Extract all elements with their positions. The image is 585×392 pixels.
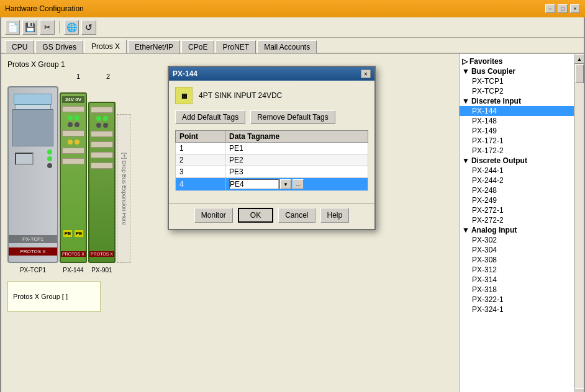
table-row-2[interactable]: 2 PE2 xyxy=(176,154,368,166)
maximize-button[interactable]: □ xyxy=(558,4,568,13)
px-148-label: PX-148 xyxy=(472,117,497,125)
remove-default-tags-button[interactable]: Remove Default Tags xyxy=(250,110,335,124)
tab-cpu[interactable]: CPU xyxy=(5,40,34,53)
tagname-table: Point Data Tagname 1 PE1 2 PE2 xyxy=(175,130,368,191)
tree-item-px-244-1[interactable]: PX-244-1 xyxy=(460,166,574,176)
discrete-input-expand-icon: ▼ xyxy=(462,97,469,105)
px-308-label: PX-308 xyxy=(472,256,497,264)
discrete-input-label: Discrete Input xyxy=(471,97,521,105)
new-button[interactable]: 📄 xyxy=(5,20,20,35)
tagname-2: PE2 xyxy=(225,154,368,166)
tree-panel: ▲ ▷ Favorites ▼ Bus Coupler PX-TCP1 xyxy=(459,54,574,392)
px-324-1-label: PX-324-1 xyxy=(472,305,504,314)
toolbar-separator xyxy=(59,21,60,33)
tree-category-discrete-output[interactable]: ▼ Discrete Output xyxy=(460,156,574,166)
help-button[interactable]: Help xyxy=(320,208,350,223)
dialog-footer: Monitor OK Cancel Help xyxy=(169,203,374,229)
tab-mail-accounts[interactable]: Mail Accounts xyxy=(257,40,317,53)
tree-item-px-314[interactable]: PX-314 xyxy=(460,275,574,285)
cpu-module[interactable]: PX-TCP1 PROTOS X xyxy=(7,86,58,263)
cut-button[interactable]: ✂ xyxy=(40,20,55,35)
pe-label-1: PE xyxy=(63,230,73,237)
tree-category-bus-coupler[interactable]: ▼ Bus Coupler xyxy=(460,66,574,76)
save-button[interactable]: 💾 xyxy=(22,20,37,35)
cancel-button[interactable]: Cancel xyxy=(278,208,315,223)
tree-item-px-248[interactable]: PX-248 xyxy=(460,185,574,195)
close-window-button[interactable]: × xyxy=(570,4,580,13)
tree-item-px-272-1[interactable]: PX-272-1 xyxy=(460,205,574,215)
refresh-button[interactable]: ↺ xyxy=(81,20,96,35)
px-144-label: PX-144 xyxy=(472,107,497,115)
tree-item-px-308[interactable]: PX-308 xyxy=(460,255,574,265)
col-label-1: 1 xyxy=(65,73,92,80)
led-io1-1 xyxy=(68,115,73,120)
tree-item-px-244-2[interactable]: PX-244-2 xyxy=(460,176,574,185)
tagname-4-input[interactable] xyxy=(229,179,279,189)
protos-group2[interactable]: Protos X Group [ ] xyxy=(7,281,101,312)
led-row-4 xyxy=(96,116,108,121)
tab-protos-x[interactable]: Protos X xyxy=(84,40,127,53)
table-row-3[interactable]: 3 PE3 xyxy=(176,166,368,178)
label-px-tcp1: PX-TCP1 xyxy=(7,267,58,274)
minimize-button[interactable]: – xyxy=(545,4,555,13)
tree-item-px-148[interactable]: PX-148 xyxy=(460,116,574,126)
io1-brand-label: PROTOS X xyxy=(61,251,86,257)
ok-button[interactable]: OK xyxy=(238,208,273,223)
led-io2-1 xyxy=(96,116,101,121)
dropdown-button-4[interactable]: ▼ xyxy=(280,179,291,189)
expansion-slot[interactable]: [+] Drop Bus Expansion Here xyxy=(117,114,130,263)
tagname-4-cell: ▼ … xyxy=(225,178,368,191)
tree-item-px-318[interactable]: PX-318 xyxy=(460,285,574,295)
bottom-labels-row: PX-TCP1 PX-144 PX-901 xyxy=(7,267,453,274)
dialog-title: PX-144 xyxy=(173,69,197,78)
tree-item-px-322-1[interactable]: PX-322-1 xyxy=(460,295,574,305)
add-default-tags-button[interactable]: Add Default Tags xyxy=(175,110,245,124)
tree-item-px-144[interactable]: PX-144 xyxy=(460,106,574,116)
scroll-up-btn[interactable]: ▲ xyxy=(574,54,584,64)
tree-item-px-272-2[interactable]: PX-272-2 xyxy=(460,215,574,225)
tree-category-favorites[interactable]: ▷ Favorites xyxy=(460,56,574,66)
col-point: Point xyxy=(176,131,225,143)
scroll-thumb[interactable] xyxy=(575,65,584,83)
tree-item-px-249[interactable]: PX-249 xyxy=(460,195,574,205)
network-button[interactable]: 🌐 xyxy=(64,20,79,35)
tree-item-px-312[interactable]: PX-312 xyxy=(460,265,574,275)
tree-item-px-tcp1[interactable]: PX-TCP1 xyxy=(460,76,574,86)
point-1: 1 xyxy=(176,143,225,154)
tree-category-discrete-input[interactable]: ▼ Discrete Input xyxy=(460,96,574,106)
io-module-2[interactable]: PROTOS X xyxy=(88,102,116,263)
din-connector-4 xyxy=(62,158,84,164)
table-row-1[interactable]: 1 PE1 xyxy=(176,143,368,154)
led-io1-5 xyxy=(68,140,73,145)
table-row-4[interactable]: 4 ▼ … xyxy=(176,178,368,191)
cpu-brand-label: PROTOS X xyxy=(9,247,57,256)
led-io2-4 xyxy=(103,123,108,128)
tree-item-px-302[interactable]: PX-302 xyxy=(460,235,574,245)
px-172-1-label: PX-172-1 xyxy=(472,136,504,145)
cpu-module-label: PX-TCP1 xyxy=(9,235,57,243)
tree-item-px-324-1[interactable]: PX-324-1 xyxy=(460,305,574,314)
tree-category-analog-input[interactable]: ▼ Analog Input xyxy=(460,225,574,235)
io-module-1[interactable]: 24V 0V xyxy=(60,92,87,263)
dialog-close-button[interactable]: × xyxy=(361,69,371,78)
px-172-2-label: PX-172-2 xyxy=(472,146,504,155)
bus-coupler-label: Bus Coupler xyxy=(471,67,515,76)
tree-item-px-149[interactable]: PX-149 xyxy=(460,126,574,136)
tab-ethernet-ip[interactable]: EtherNet/IP xyxy=(128,40,180,53)
tab-bar: CPU GS Drives Protos X EtherNet/IP CPoE … xyxy=(1,38,584,54)
scroll-track xyxy=(574,64,584,388)
tree-item-px-172-1[interactable]: PX-172-1 xyxy=(460,136,574,146)
tab-pronet[interactable]: ProNET xyxy=(215,40,256,53)
tab-cpoe[interactable]: CPoE xyxy=(181,40,214,53)
tree-item-px-304[interactable]: PX-304 xyxy=(460,245,574,255)
tab-gs-drives[interactable]: GS Drives xyxy=(35,40,83,53)
dialog-header: ▦ 4PT SINK INPUT 24VDC xyxy=(175,87,368,104)
tree-item-px-tcp2[interactable]: PX-TCP2 xyxy=(460,86,574,96)
led-io1-6 xyxy=(75,140,79,145)
din-connector-9 xyxy=(91,163,113,169)
tree-item-px-172-2[interactable]: PX-172-2 xyxy=(460,146,574,156)
scroll-down-btn[interactable]: ▼ xyxy=(574,388,584,392)
discrete-output-label: Discrete Output xyxy=(471,156,527,165)
browse-button-4[interactable]: … xyxy=(292,179,304,189)
monitor-button[interactable]: Monitor xyxy=(194,208,233,223)
